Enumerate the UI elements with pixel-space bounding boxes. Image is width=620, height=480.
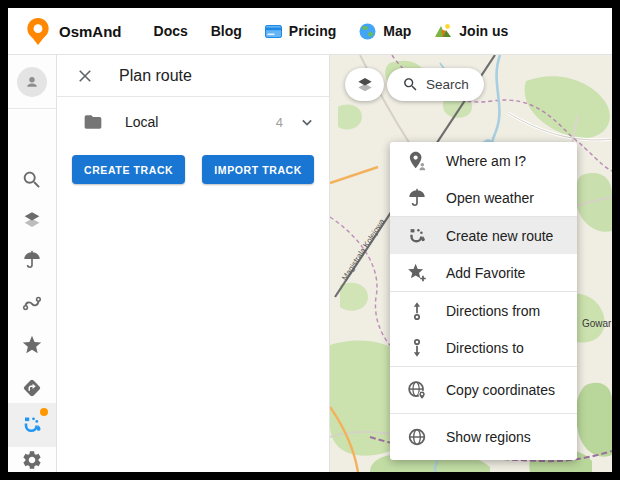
menu-item-where-am-i[interactable]: Where am I?	[390, 142, 577, 179]
map-search-button[interactable]: Search	[387, 68, 484, 101]
globe-emoji-icon	[359, 23, 376, 40]
nav-link-label: Docs	[154, 23, 188, 39]
credit-card-icon	[265, 25, 282, 38]
plan-route-panel: Plan route Local 4 CREATE TRACK IMPORT T…	[57, 55, 330, 472]
menu-item-label: Open weather	[446, 190, 534, 206]
create-track-button[interactable]: CREATE TRACK	[72, 155, 185, 184]
place-label: Gowar	[582, 318, 612, 329]
menu-item-label: Directions from	[446, 303, 540, 319]
page-title: Plan route	[119, 67, 192, 85]
nav-link-label: Blog	[211, 23, 242, 39]
menu-section: Directions from Directions to	[390, 292, 577, 367]
directions-from-icon	[405, 299, 429, 323]
folder-row-local[interactable]: Local 4	[57, 97, 329, 147]
content-row: Plan route Local 4 CREATE TRACK IMPORT T…	[8, 55, 612, 472]
osmand-logo-icon	[25, 17, 51, 46]
brand-name: OsmAnd	[59, 23, 122, 40]
group-outdoors-icon	[434, 23, 452, 39]
menu-item-label: Directions to	[446, 340, 524, 356]
menu-item-label: Create new route	[446, 228, 553, 244]
nav-link-blog[interactable]: Blog	[211, 23, 242, 39]
sidebar-item-account[interactable]	[8, 55, 56, 109]
menu-section: Show regions	[390, 414, 577, 460]
nav-link-join-us[interactable]: Join us	[434, 23, 508, 39]
menu-item-directions-to[interactable]: Directions to	[390, 329, 577, 366]
menu-item-label: Where am I?	[446, 153, 526, 169]
sidebar-item-layers[interactable]	[8, 198, 56, 242]
close-icon	[76, 67, 94, 85]
sidebar-item-weather[interactable]	[8, 238, 56, 282]
menu-item-label: Copy coordinates	[446, 382, 555, 398]
gear-icon	[21, 449, 43, 471]
search-icon	[21, 169, 43, 191]
menu-item-create-new-route[interactable]: Create new route	[390, 217, 577, 254]
person-avatar-icon	[17, 67, 47, 97]
map-container[interactable]: Magistrala Kolejowa Gowar Search	[330, 55, 612, 472]
app-frame: OsmAnd Docs Blog Pricing Map	[8, 8, 612, 472]
star-icon	[21, 334, 43, 356]
chevron-down-icon[interactable]	[297, 112, 317, 132]
nav-link-label: Map	[383, 23, 411, 39]
umbrella-icon	[405, 186, 429, 210]
close-panel-button[interactable]	[73, 64, 97, 88]
menu-item-show-regions[interactable]: Show regions	[390, 418, 577, 456]
route-icon	[405, 224, 429, 248]
top-navbar: OsmAnd Docs Blog Pricing Map	[8, 8, 612, 55]
nav-link-label: Pricing	[289, 23, 336, 39]
globe-icon	[405, 425, 429, 449]
sidebar-item-tracks[interactable]	[8, 281, 56, 325]
map-layers-button[interactable]	[345, 68, 384, 101]
directions-to-icon	[405, 336, 429, 360]
menu-item-directions-from[interactable]: Directions from	[390, 292, 577, 329]
plan-route-icon	[20, 413, 44, 437]
menu-item-label: Show regions	[446, 429, 531, 445]
import-track-button[interactable]: IMPORT TRACK	[202, 155, 314, 184]
nav-link-map[interactable]: Map	[359, 23, 411, 40]
folder-icon	[83, 112, 103, 132]
menu-item-open-weather[interactable]: Open weather	[390, 179, 577, 216]
track-wave-icon	[21, 292, 43, 314]
nav-link-pricing[interactable]: Pricing	[265, 23, 336, 39]
notification-badge-dot	[40, 408, 48, 416]
sidebar-item-search[interactable]	[8, 158, 56, 202]
sidebar-item-favorites[interactable]	[8, 323, 56, 367]
search-label: Search	[426, 77, 469, 92]
navigation-diamond-icon	[21, 377, 43, 399]
nav-link-docs[interactable]: Docs	[154, 23, 188, 39]
brand-logo[interactable]: OsmAnd	[25, 17, 122, 46]
left-sidebar	[8, 55, 57, 472]
menu-section: Copy coordinates	[390, 367, 577, 414]
globe-pin-icon	[405, 378, 429, 402]
where-am-i-icon	[405, 149, 429, 173]
menu-section: Where am I? Open weather	[390, 142, 577, 217]
folder-count: 4	[276, 115, 283, 130]
umbrella-icon	[21, 249, 43, 271]
map-context-menu: Where am I? Open weather	[390, 142, 577, 460]
panel-actions: CREATE TRACK IMPORT TRACK	[72, 155, 329, 184]
star-plus-icon	[405, 261, 429, 285]
sidebar-item-settings[interactable]	[8, 438, 56, 472]
menu-item-copy-coordinates[interactable]: Copy coordinates	[390, 371, 577, 409]
panel-header: Plan route	[57, 55, 329, 97]
folder-label: Local	[125, 114, 158, 130]
layers-icon	[21, 209, 43, 231]
menu-item-add-favorite[interactable]: Add Favorite	[390, 254, 577, 291]
menu-section: Create new route Add Favorite	[390, 217, 577, 292]
layers-icon	[355, 75, 375, 95]
search-icon	[402, 76, 419, 93]
nav-link-label: Join us	[459, 23, 508, 39]
menu-item-label: Add Favorite	[446, 265, 525, 281]
